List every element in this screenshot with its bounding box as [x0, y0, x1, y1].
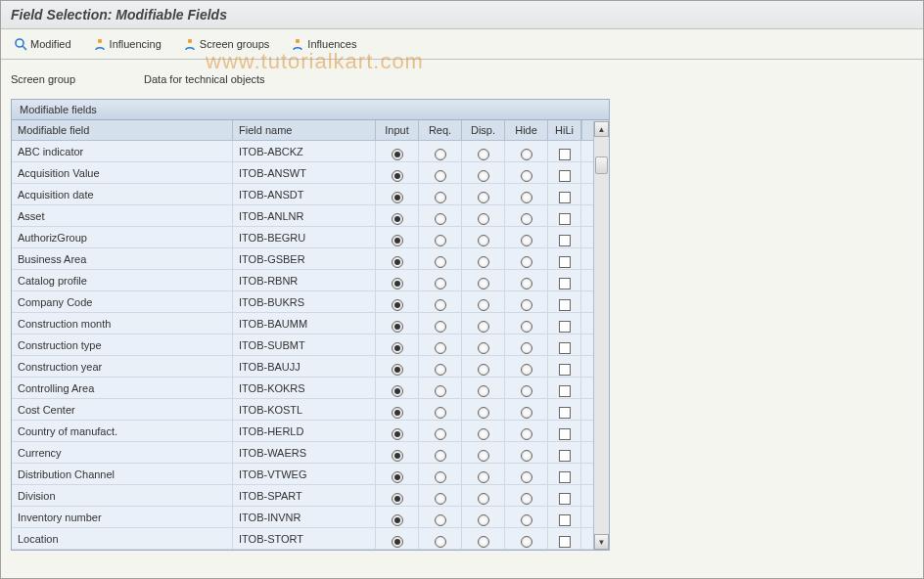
radio-hide[interactable]	[521, 385, 532, 397]
scroll-track[interactable]	[594, 137, 609, 534]
radio-disp[interactable]	[478, 192, 489, 203]
radio-disp[interactable]	[478, 235, 489, 246]
radio-disp[interactable]	[478, 471, 489, 483]
table-row[interactable]: CurrencyITOB-WAERS	[12, 442, 609, 464]
radio-hide[interactable]	[521, 514, 532, 526]
radio-hide[interactable]	[521, 342, 532, 354]
radio-disp[interactable]	[478, 149, 489, 160]
radio-hide[interactable]	[521, 450, 532, 462]
radio-disp[interactable]	[478, 342, 489, 354]
table-row[interactable]: Acquisition dateITOB-ANSDT	[12, 184, 609, 205]
scroll-up-button[interactable]: ▲	[594, 121, 609, 137]
radio-disp[interactable]	[478, 170, 489, 182]
table-row[interactable]: Inventory numberITOB-INVNR	[12, 507, 609, 528]
checkbox-hili[interactable]	[559, 493, 571, 505]
table-row[interactable]: DivisionITOB-SPART	[12, 485, 609, 507]
radio-input[interactable]	[392, 149, 403, 160]
radio-hide[interactable]	[521, 192, 532, 203]
radio-input[interactable]	[392, 493, 403, 505]
radio-input[interactable]	[392, 471, 403, 483]
table-row[interactable]: Construction monthITOB-BAUMM	[12, 313, 609, 334]
radio-req[interactable]	[435, 192, 446, 203]
radio-disp[interactable]	[478, 493, 489, 505]
checkbox-hili[interactable]	[559, 278, 571, 290]
radio-hide[interactable]	[521, 213, 532, 225]
radio-req[interactable]	[435, 342, 446, 354]
radio-disp[interactable]	[478, 364, 489, 376]
radio-req[interactable]	[435, 428, 446, 440]
table-row[interactable]: Construction typeITOB-SUBMT	[12, 334, 609, 356]
radio-hide[interactable]	[521, 299, 532, 311]
table-row[interactable]: AssetITOB-ANLNR	[12, 205, 609, 227]
radio-disp[interactable]	[478, 385, 489, 397]
radio-input[interactable]	[392, 192, 403, 203]
radio-input[interactable]	[392, 536, 403, 548]
radio-req[interactable]	[435, 407, 446, 419]
table-row[interactable]: Acquisition ValueITOB-ANSWT	[12, 162, 609, 184]
radio-input[interactable]	[392, 213, 403, 225]
radio-input[interactable]	[392, 514, 403, 526]
checkbox-hili[interactable]	[559, 213, 571, 225]
col-input[interactable]: Input	[376, 120, 419, 140]
checkbox-hili[interactable]	[559, 428, 571, 440]
checkbox-hili[interactable]	[559, 256, 571, 268]
radio-input[interactable]	[392, 450, 403, 462]
table-row[interactable]: Catalog profileITOB-RBNR	[12, 270, 609, 291]
radio-req[interactable]	[435, 278, 446, 290]
radio-req[interactable]	[435, 256, 446, 268]
influences-button[interactable]: Influences	[288, 35, 359, 53]
radio-input[interactable]	[392, 299, 403, 311]
scroll-down-button[interactable]: ▼	[594, 534, 609, 550]
radio-hide[interactable]	[521, 493, 532, 505]
radio-req[interactable]	[435, 213, 446, 225]
table-row[interactable]: Company CodeITOB-BUKRS	[12, 291, 609, 313]
radio-hide[interactable]	[521, 536, 532, 548]
radio-req[interactable]	[435, 536, 446, 548]
radio-disp[interactable]	[478, 407, 489, 419]
col-disp[interactable]: Disp.	[462, 120, 505, 140]
table-row[interactable]: Country of manufact.ITOB-HERLD	[12, 421, 609, 442]
table-row[interactable]: AuthorizGroupITOB-BEGRU	[12, 227, 609, 248]
table-row[interactable]: Business AreaITOB-GSBER	[12, 248, 609, 270]
radio-hide[interactable]	[521, 428, 532, 440]
scroll-thumb[interactable]	[595, 156, 608, 174]
radio-req[interactable]	[435, 170, 446, 182]
checkbox-hili[interactable]	[559, 514, 571, 526]
checkbox-hili[interactable]	[559, 149, 571, 160]
radio-input[interactable]	[392, 385, 403, 397]
radio-req[interactable]	[435, 385, 446, 397]
radio-input[interactable]	[392, 321, 403, 333]
checkbox-hili[interactable]	[559, 192, 571, 203]
checkbox-hili[interactable]	[559, 299, 571, 311]
radio-hide[interactable]	[521, 321, 532, 333]
radio-req[interactable]	[435, 493, 446, 505]
col-name[interactable]: Field name	[233, 120, 376, 140]
radio-req[interactable]	[435, 450, 446, 462]
col-hide[interactable]: Hide	[505, 120, 548, 140]
table-row[interactable]: Controlling AreaITOB-KOKRS	[12, 378, 609, 399]
radio-disp[interactable]	[478, 536, 489, 548]
radio-input[interactable]	[392, 256, 403, 268]
checkbox-hili[interactable]	[559, 170, 571, 182]
radio-req[interactable]	[435, 514, 446, 526]
table-row[interactable]: LocationITOB-STORT	[12, 528, 609, 550]
radio-req[interactable]	[435, 321, 446, 333]
checkbox-hili[interactable]	[559, 407, 571, 419]
radio-disp[interactable]	[478, 428, 489, 440]
radio-disp[interactable]	[478, 213, 489, 225]
radio-disp[interactable]	[478, 299, 489, 311]
radio-hide[interactable]	[521, 149, 532, 160]
checkbox-hili[interactable]	[559, 235, 571, 246]
radio-disp[interactable]	[478, 278, 489, 290]
radio-input[interactable]	[392, 428, 403, 440]
table-row[interactable]: ABC indicatorITOB-ABCKZ	[12, 141, 609, 162]
radio-req[interactable]	[435, 149, 446, 160]
checkbox-hili[interactable]	[559, 536, 571, 548]
checkbox-hili[interactable]	[559, 471, 571, 483]
radio-hide[interactable]	[521, 407, 532, 419]
radio-req[interactable]	[435, 471, 446, 483]
radio-input[interactable]	[392, 364, 403, 376]
radio-hide[interactable]	[521, 471, 532, 483]
checkbox-hili[interactable]	[559, 385, 571, 397]
checkbox-hili[interactable]	[559, 342, 571, 354]
